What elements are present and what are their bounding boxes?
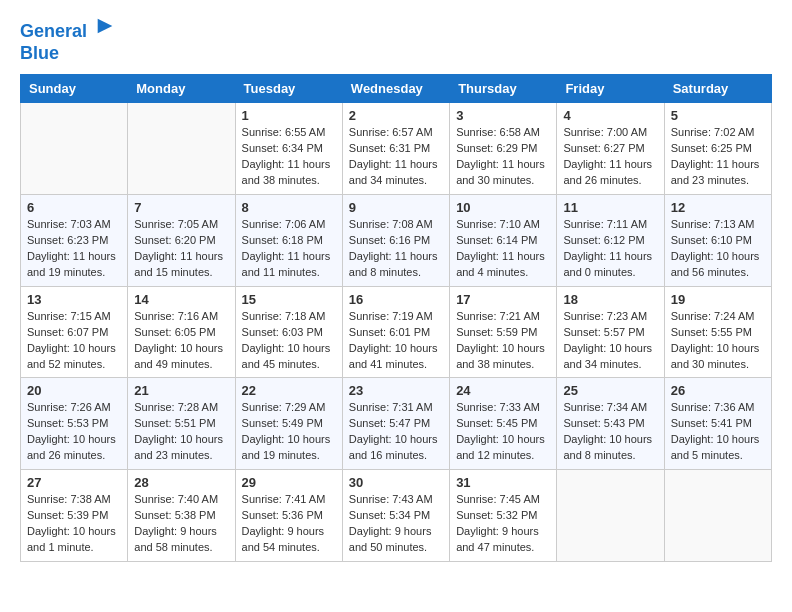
calendar-table: SundayMondayTuesdayWednesdayThursdayFrid…: [20, 74, 772, 562]
day-number: 8: [242, 200, 336, 215]
day-cell: 27Sunrise: 7:38 AM Sunset: 5:39 PM Dayli…: [21, 470, 128, 562]
day-number: 9: [349, 200, 443, 215]
day-info: Sunrise: 6:57 AM Sunset: 6:31 PM Dayligh…: [349, 125, 443, 189]
day-info: Sunrise: 7:40 AM Sunset: 5:38 PM Dayligh…: [134, 492, 228, 556]
day-number: 7: [134, 200, 228, 215]
day-number: 23: [349, 383, 443, 398]
day-info: Sunrise: 7:34 AM Sunset: 5:43 PM Dayligh…: [563, 400, 657, 464]
day-cell: 14Sunrise: 7:16 AM Sunset: 6:05 PM Dayli…: [128, 286, 235, 378]
day-cell: [21, 103, 128, 195]
day-header-sunday: Sunday: [21, 75, 128, 103]
week-row-3: 13Sunrise: 7:15 AM Sunset: 6:07 PM Dayli…: [21, 286, 772, 378]
day-cell: 29Sunrise: 7:41 AM Sunset: 5:36 PM Dayli…: [235, 470, 342, 562]
day-cell: 23Sunrise: 7:31 AM Sunset: 5:47 PM Dayli…: [342, 378, 449, 470]
day-cell: [557, 470, 664, 562]
day-info: Sunrise: 7:41 AM Sunset: 5:36 PM Dayligh…: [242, 492, 336, 556]
day-cell: 22Sunrise: 7:29 AM Sunset: 5:49 PM Dayli…: [235, 378, 342, 470]
week-row-4: 20Sunrise: 7:26 AM Sunset: 5:53 PM Dayli…: [21, 378, 772, 470]
day-cell: [128, 103, 235, 195]
svg-marker-0: [98, 19, 113, 34]
week-row-2: 6Sunrise: 7:03 AM Sunset: 6:23 PM Daylig…: [21, 194, 772, 286]
day-cell: 10Sunrise: 7:10 AM Sunset: 6:14 PM Dayli…: [450, 194, 557, 286]
day-info: Sunrise: 7:15 AM Sunset: 6:07 PM Dayligh…: [27, 309, 121, 373]
day-number: 30: [349, 475, 443, 490]
day-info: Sunrise: 7:08 AM Sunset: 6:16 PM Dayligh…: [349, 217, 443, 281]
day-info: Sunrise: 7:43 AM Sunset: 5:34 PM Dayligh…: [349, 492, 443, 556]
day-cell: 24Sunrise: 7:33 AM Sunset: 5:45 PM Dayli…: [450, 378, 557, 470]
day-cell: 20Sunrise: 7:26 AM Sunset: 5:53 PM Dayli…: [21, 378, 128, 470]
day-info: Sunrise: 7:36 AM Sunset: 5:41 PM Dayligh…: [671, 400, 765, 464]
day-info: Sunrise: 7:11 AM Sunset: 6:12 PM Dayligh…: [563, 217, 657, 281]
header-row: SundayMondayTuesdayWednesdayThursdayFrid…: [21, 75, 772, 103]
day-info: Sunrise: 7:28 AM Sunset: 5:51 PM Dayligh…: [134, 400, 228, 464]
logo-arrow-icon: [94, 15, 116, 37]
day-number: 3: [456, 108, 550, 123]
logo-text: General Blue: [20, 15, 116, 64]
day-cell: 21Sunrise: 7:28 AM Sunset: 5:51 PM Dayli…: [128, 378, 235, 470]
day-number: 21: [134, 383, 228, 398]
header: General Blue: [20, 15, 772, 64]
day-number: 11: [563, 200, 657, 215]
day-info: Sunrise: 7:33 AM Sunset: 5:45 PM Dayligh…: [456, 400, 550, 464]
day-cell: 2Sunrise: 6:57 AM Sunset: 6:31 PM Daylig…: [342, 103, 449, 195]
day-info: Sunrise: 7:24 AM Sunset: 5:55 PM Dayligh…: [671, 309, 765, 373]
day-info: Sunrise: 7:18 AM Sunset: 6:03 PM Dayligh…: [242, 309, 336, 373]
day-header-thursday: Thursday: [450, 75, 557, 103]
day-cell: 13Sunrise: 7:15 AM Sunset: 6:07 PM Dayli…: [21, 286, 128, 378]
day-info: Sunrise: 7:05 AM Sunset: 6:20 PM Dayligh…: [134, 217, 228, 281]
day-cell: 31Sunrise: 7:45 AM Sunset: 5:32 PM Dayli…: [450, 470, 557, 562]
day-header-tuesday: Tuesday: [235, 75, 342, 103]
day-number: 13: [27, 292, 121, 307]
day-info: Sunrise: 7:29 AM Sunset: 5:49 PM Dayligh…: [242, 400, 336, 464]
day-number: 31: [456, 475, 550, 490]
week-row-5: 27Sunrise: 7:38 AM Sunset: 5:39 PM Dayli…: [21, 470, 772, 562]
logo-general: General: [20, 21, 87, 41]
day-cell: 28Sunrise: 7:40 AM Sunset: 5:38 PM Dayli…: [128, 470, 235, 562]
day-number: 12: [671, 200, 765, 215]
day-number: 10: [456, 200, 550, 215]
day-info: Sunrise: 7:23 AM Sunset: 5:57 PM Dayligh…: [563, 309, 657, 373]
logo: General Blue: [20, 15, 116, 64]
day-info: Sunrise: 7:02 AM Sunset: 6:25 PM Dayligh…: [671, 125, 765, 189]
day-number: 17: [456, 292, 550, 307]
day-cell: 19Sunrise: 7:24 AM Sunset: 5:55 PM Dayli…: [664, 286, 771, 378]
day-number: 29: [242, 475, 336, 490]
day-info: Sunrise: 7:10 AM Sunset: 6:14 PM Dayligh…: [456, 217, 550, 281]
day-info: Sunrise: 7:16 AM Sunset: 6:05 PM Dayligh…: [134, 309, 228, 373]
day-number: 20: [27, 383, 121, 398]
day-info: Sunrise: 7:38 AM Sunset: 5:39 PM Dayligh…: [27, 492, 121, 556]
day-cell: 15Sunrise: 7:18 AM Sunset: 6:03 PM Dayli…: [235, 286, 342, 378]
day-info: Sunrise: 7:45 AM Sunset: 5:32 PM Dayligh…: [456, 492, 550, 556]
day-number: 1: [242, 108, 336, 123]
day-info: Sunrise: 7:31 AM Sunset: 5:47 PM Dayligh…: [349, 400, 443, 464]
day-number: 5: [671, 108, 765, 123]
day-info: Sunrise: 7:03 AM Sunset: 6:23 PM Dayligh…: [27, 217, 121, 281]
day-number: 28: [134, 475, 228, 490]
day-info: Sunrise: 7:13 AM Sunset: 6:10 PM Dayligh…: [671, 217, 765, 281]
day-info: Sunrise: 6:58 AM Sunset: 6:29 PM Dayligh…: [456, 125, 550, 189]
day-cell: 8Sunrise: 7:06 AM Sunset: 6:18 PM Daylig…: [235, 194, 342, 286]
day-info: Sunrise: 7:21 AM Sunset: 5:59 PM Dayligh…: [456, 309, 550, 373]
day-cell: 25Sunrise: 7:34 AM Sunset: 5:43 PM Dayli…: [557, 378, 664, 470]
day-cell: 26Sunrise: 7:36 AM Sunset: 5:41 PM Dayli…: [664, 378, 771, 470]
day-number: 26: [671, 383, 765, 398]
page: General Blue SundayMondayTuesdayWednesda…: [0, 0, 792, 582]
day-cell: 12Sunrise: 7:13 AM Sunset: 6:10 PM Dayli…: [664, 194, 771, 286]
day-number: 15: [242, 292, 336, 307]
day-number: 16: [349, 292, 443, 307]
day-info: Sunrise: 6:55 AM Sunset: 6:34 PM Dayligh…: [242, 125, 336, 189]
day-number: 14: [134, 292, 228, 307]
day-info: Sunrise: 7:00 AM Sunset: 6:27 PM Dayligh…: [563, 125, 657, 189]
day-cell: [664, 470, 771, 562]
week-row-1: 1Sunrise: 6:55 AM Sunset: 6:34 PM Daylig…: [21, 103, 772, 195]
day-number: 27: [27, 475, 121, 490]
day-number: 2: [349, 108, 443, 123]
day-number: 24: [456, 383, 550, 398]
day-cell: 5Sunrise: 7:02 AM Sunset: 6:25 PM Daylig…: [664, 103, 771, 195]
day-cell: 6Sunrise: 7:03 AM Sunset: 6:23 PM Daylig…: [21, 194, 128, 286]
day-header-friday: Friday: [557, 75, 664, 103]
day-number: 4: [563, 108, 657, 123]
day-info: Sunrise: 7:26 AM Sunset: 5:53 PM Dayligh…: [27, 400, 121, 464]
day-cell: 18Sunrise: 7:23 AM Sunset: 5:57 PM Dayli…: [557, 286, 664, 378]
day-cell: 4Sunrise: 7:00 AM Sunset: 6:27 PM Daylig…: [557, 103, 664, 195]
